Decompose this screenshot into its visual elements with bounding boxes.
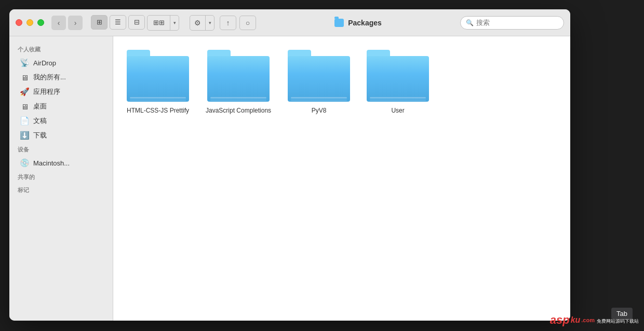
sidebar-item-label: 文稿 [33, 116, 47, 126]
folder-icon [367, 50, 429, 102]
watermark-ku: ku [571, 315, 581, 325]
folder-name: PyV8 [312, 107, 327, 114]
all-files-icon: 🖥 [20, 73, 29, 82]
list-view-button[interactable]: ☰ [110, 15, 126, 30]
sidebar-item-label: AirDrop [33, 59, 56, 67]
sidebar-section-shared: 共享的 [9, 170, 113, 183]
watermark-sub: 免费网站源码下载站 [597, 319, 639, 324]
fullscreen-button[interactable] [37, 19, 44, 26]
folder-icon [207, 50, 270, 102]
file-grid: HTML-CSS-JS Prettify JavaScript Completi… [113, 36, 570, 321]
sidebar-item-all-files[interactable]: 🖥 我的所有... [11, 70, 111, 85]
back-button[interactable]: ‹ [51, 16, 66, 30]
view-toolbar-group: ⊞ ☰ ⊟ ⊞⊞ ▾ [91, 15, 184, 31]
search-icon: 🔍 [466, 19, 474, 26]
search-bar[interactable]: 🔍 [460, 16, 564, 30]
sidebar-item-downloads[interactable]: ⬇️ 下载 [11, 128, 111, 143]
search-input[interactable] [476, 19, 549, 26]
watermark: asp ku .com 免费网站源码下载站 [550, 313, 639, 327]
tag-button[interactable]: ○ [239, 16, 256, 30]
downloads-icon: ⬇️ [20, 131, 29, 140]
title-folder-icon [334, 19, 344, 27]
sidebar-item-apps[interactable]: 🚀 应用程序 [11, 85, 111, 99]
minimize-button[interactable] [26, 19, 33, 26]
grid-view-button[interactable]: ⊞ [91, 15, 108, 30]
content-area: 个人收藏 📡 AirDrop 🖥 我的所有... 🚀 应用程序 🖥 桌面 📄 文… [9, 36, 570, 321]
watermark-com: .com [581, 317, 595, 323]
folder-item-user[interactable]: User [364, 47, 432, 117]
settings-arrow[interactable]: ▾ [206, 16, 214, 30]
folder-name: HTML-CSS-JS Prettify [127, 107, 189, 114]
watermark-asp: asp [550, 313, 570, 327]
folder-item-html-css-js[interactable]: HTML-CSS-JS Prettify [124, 47, 192, 117]
cover-view-button[interactable]: ⊞⊞ [147, 16, 170, 30]
grid-items: HTML-CSS-JS Prettify JavaScript Completi… [124, 47, 560, 117]
sidebar-item-desktop[interactable]: 🖥 桌面 [11, 99, 111, 114]
nav-buttons: ‹ › [51, 16, 83, 30]
column-view-button[interactable]: ⊟ [128, 15, 145, 30]
folder-name: User [391, 107, 404, 114]
sidebar-item-label: 我的所有... [33, 73, 66, 82]
finder-window: ‹ › ⊞ ☰ ⊟ ⊞⊞ ▾ ⚙ ▾ ↑ ○ Packages 🔍 [9, 9, 570, 321]
folder-icon [288, 50, 350, 102]
title-bar: ‹ › ⊞ ☰ ⊟ ⊞⊞ ▾ ⚙ ▾ ↑ ○ Packages 🔍 [9, 9, 570, 36]
airdrop-icon: 📡 [20, 58, 29, 67]
folder-item-js-completions[interactable]: JavaScript Completions [203, 47, 274, 117]
traffic-lights [16, 19, 44, 26]
sidebar: 个人收藏 📡 AirDrop 🖥 我的所有... 🚀 应用程序 🖥 桌面 📄 文… [9, 36, 113, 321]
sidebar-section-devices: 设备 [9, 143, 113, 156]
window-title: Packages [348, 19, 382, 27]
documents-icon: 📄 [20, 116, 29, 126]
folder-item-pyv8[interactable]: PyV8 [285, 47, 353, 117]
cover-view-arrow[interactable]: ▾ [170, 16, 179, 30]
apps-icon: 🚀 [20, 87, 29, 96]
forward-button[interactable]: › [68, 16, 83, 30]
desktop-icon: 🖥 [20, 102, 29, 111]
sidebar-item-macintosh[interactable]: 💿 Macintosh... [11, 156, 111, 170]
settings-group: ⚙ ▾ [190, 15, 214, 31]
folder-icon [127, 50, 189, 102]
sidebar-item-label: Macintosh... [33, 159, 70, 167]
sidebar-section-favorites: 个人收藏 [9, 43, 113, 56]
sidebar-item-documents[interactable]: 📄 文稿 [11, 114, 111, 128]
macintosh-icon: 💿 [20, 158, 29, 168]
close-button[interactable] [16, 19, 22, 26]
cover-view-group: ⊞⊞ ▾ [147, 15, 179, 31]
title-area: Packages [256, 19, 460, 27]
sidebar-item-label: 下载 [33, 131, 47, 140]
sidebar-item-label: 应用程序 [33, 87, 60, 96]
sidebar-section-tags: 标记 [9, 183, 113, 196]
share-button[interactable]: ↑ [220, 16, 236, 30]
folder-name: JavaScript Completions [206, 107, 271, 114]
sidebar-item-label: 桌面 [33, 102, 47, 111]
settings-button[interactable]: ⚙ [190, 16, 206, 30]
sidebar-item-airdrop[interactable]: 📡 AirDrop [11, 56, 111, 70]
